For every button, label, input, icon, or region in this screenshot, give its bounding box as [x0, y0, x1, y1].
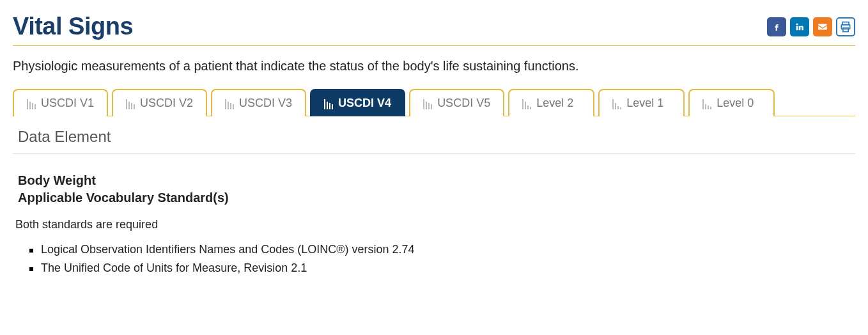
tab-uscdi-v1[interactable]: USCDI V1 [13, 89, 108, 116]
element-title: Body Weight [13, 173, 855, 188]
tab-level-1[interactable]: Level 1 [598, 89, 685, 116]
page-description: Physiologic measurements of a patient th… [13, 59, 855, 74]
bars-icon [225, 98, 234, 109]
bars-icon [423, 98, 432, 109]
tabs-container: USCDI V1USCDI V2USCDI V3USCDI V4USCDI V5… [13, 89, 855, 116]
tab-label: USCDI V2 [140, 97, 193, 110]
tab-uscdi-v2[interactable]: USCDI V2 [112, 89, 207, 116]
facebook-icon[interactable] [767, 17, 786, 36]
tab-label: Level 2 [536, 97, 573, 110]
tab-label: Level 0 [717, 97, 754, 110]
tab-uscdi-v3[interactable]: USCDI V3 [211, 89, 306, 116]
tab-uscdi-v5[interactable]: USCDI V5 [409, 89, 504, 116]
bars-icon [702, 98, 711, 109]
tab-label: USCDI V3 [239, 97, 292, 110]
linkedin-icon[interactable] [790, 17, 809, 36]
list-item: The Unified Code of Units for Measure, R… [29, 259, 855, 277]
bars-icon [612, 98, 621, 109]
title-divider [13, 45, 855, 46]
tab-label: USCDI V4 [338, 97, 391, 110]
tab-label: USCDI V1 [41, 97, 94, 110]
tab-level-0[interactable]: Level 0 [688, 89, 775, 116]
bars-icon [126, 98, 135, 109]
print-icon[interactable] [836, 17, 855, 36]
bars-icon [522, 98, 531, 109]
requirement-text: Both standards are required [13, 218, 855, 231]
bars-icon [324, 98, 333, 109]
tab-label: USCDI V5 [437, 97, 490, 110]
social-icons [767, 17, 855, 36]
standards-list: Logical Observation Identifiers Names an… [13, 240, 855, 277]
tab-uscdi-v4[interactable]: USCDI V4 [310, 89, 405, 116]
vocab-title: Applicable Vocabulary Standard(s) [13, 191, 855, 205]
bars-icon [27, 98, 36, 109]
tab-level-2[interactable]: Level 2 [508, 89, 594, 116]
tab-label: Level 1 [626, 97, 663, 110]
page-title: Vital Signs [13, 13, 133, 40]
list-item: Logical Observation Identifiers Names an… [29, 240, 855, 259]
section-header: Data Element [13, 128, 855, 146]
email-icon[interactable] [813, 17, 832, 36]
section-divider [13, 153, 855, 154]
